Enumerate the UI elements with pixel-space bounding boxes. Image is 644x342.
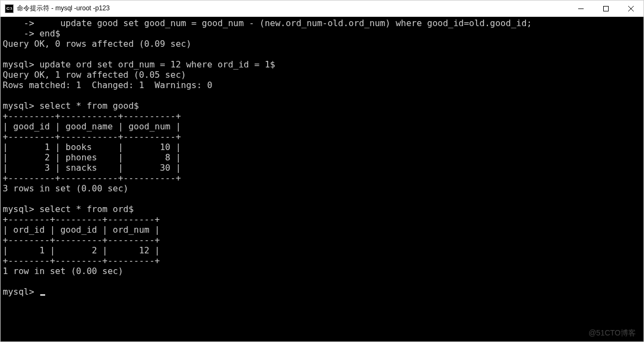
window-title: 命令提示符 - mysql -uroot -p123 [17,4,568,13]
titlebar[interactable]: C:\ 命令提示符 - mysql -uroot -p123 [1,1,643,17]
terminal-output: -> update good set good_num = good_num -… [3,18,641,297]
minimize-button[interactable] [568,1,593,16]
maximize-button[interactable] [593,1,618,16]
cursor [40,294,45,296]
watermark-text: @51CTO博客 [589,328,636,338]
close-button[interactable] [618,1,643,16]
window-controls [568,1,643,16]
svg-rect-1 [604,6,609,11]
window-frame: C:\ 命令提示符 - mysql -uroot -p123 -> update… [0,0,644,342]
terminal-area[interactable]: -> update good set good_num = good_num -… [1,17,643,341]
app-icon: C:\ [5,4,14,13]
